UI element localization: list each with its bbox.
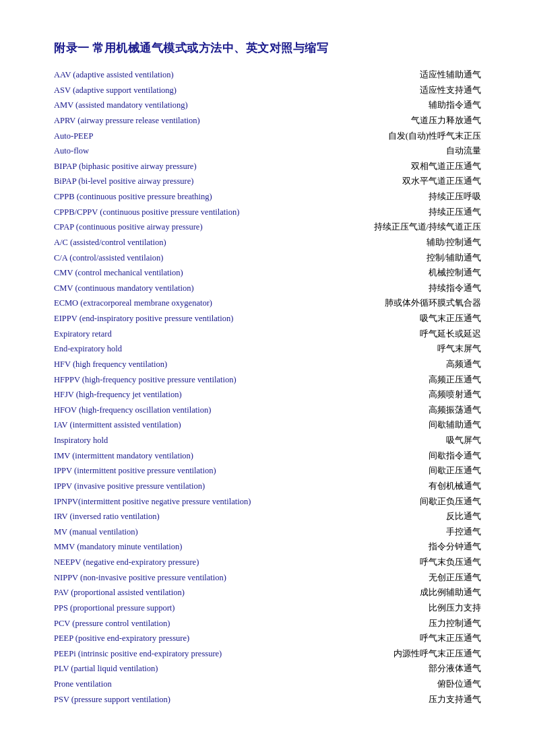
list-item: PCV (pressure control ventilation)压力控制通气 — [54, 617, 481, 631]
entry-chinese: 间歇指令通气 — [429, 449, 481, 463]
entry-chinese: 持续正压气道/持续气道正压 — [374, 220, 481, 234]
list-item: CPAP (continuous positive airway pressur… — [54, 220, 481, 234]
entry-english: Expiratory retard — [54, 327, 119, 341]
list-item: ASV (adaptive support ventilationg)适应性支持… — [54, 83, 481, 98]
entry-english: C/A (control/assisted ventilaion) — [54, 251, 170, 265]
entry-english: CPPB (continuous positive pressure breat… — [54, 190, 219, 204]
entry-english: IPNPV(intermittent positive negative pre… — [54, 495, 257, 509]
entry-chinese: 高频振荡通气 — [429, 403, 481, 417]
list-item: HFJV (high-frequency jet ventilation)高频喷… — [54, 388, 481, 402]
entry-english: Prone ventilation — [54, 677, 119, 691]
list-item: Expiratory retard呼气延长或延迟 — [54, 327, 481, 341]
entry-chinese: 手控通气 — [446, 525, 481, 539]
entry-chinese: 自发(自动)性呼气末正压 — [388, 129, 481, 143]
list-item: PPS (proportional pressure support)比例压力支… — [54, 601, 481, 615]
entry-chinese: 辅助指令通气 — [429, 98, 481, 112]
entry-chinese: 有创机械通气 — [429, 479, 481, 493]
entry-english: EIPPV (end-inspiratory positive pressure… — [54, 312, 240, 326]
entry-chinese: 呼气末屏气 — [437, 342, 481, 356]
list-item: AAV (adaptive assisted ventilation)适应性辅助… — [54, 68, 481, 82]
entry-english: PPS (proportional pressure support) — [54, 601, 182, 615]
entry-chinese: 指令分钟通气 — [429, 540, 481, 554]
list-item: End-expiratory hold呼气末屏气 — [54, 342, 481, 356]
entry-chinese: 适应性支持通气 — [420, 83, 481, 98]
list-item: IAV (intermittent assisted ventilation)间… — [54, 418, 481, 432]
entry-chinese: 双相气道正压通气 — [411, 160, 481, 174]
list-item: Auto-flow自动流量 — [54, 144, 481, 158]
entry-english: CMV (continuous mandatory ventilation) — [54, 281, 201, 296]
list-item: A/C (assisted/control ventilation)辅助/控制通… — [54, 236, 481, 250]
list-item: PLV (partial liquid ventilation)部分液体通气 — [54, 662, 481, 676]
entry-english: HFPPV (high-frequency positive pressure … — [54, 373, 243, 387]
entry-list: AAV (adaptive assisted ventilation)适应性辅助… — [54, 68, 481, 706]
list-item: NIPPV (non-invasive positive pressure ve… — [54, 571, 481, 585]
entry-english: CPPB/CPPV (continuous positive pressure … — [54, 205, 246, 219]
list-item: IPPV (invasive positive pressure ventila… — [54, 479, 481, 493]
list-item: EIPPV (end-inspiratory positive pressure… — [54, 312, 481, 326]
entry-english: Inspiratory hold — [54, 434, 115, 448]
entry-chinese: 持续正压通气 — [429, 205, 481, 219]
entry-chinese: 无创正压通气 — [429, 571, 481, 585]
list-item: IRV (inversed ratio ventilation)反比通气 — [54, 510, 481, 524]
entry-chinese: 持续正压呼吸 — [429, 190, 481, 204]
entry-chinese: 间歇正压通气 — [429, 464, 481, 478]
entry-english: PEEP (positive end-expiratory pressure) — [54, 631, 196, 646]
list-item: Inspiratory hold吸气屏气 — [54, 434, 481, 448]
entry-english: AAV (adaptive assisted ventilation) — [54, 68, 181, 82]
list-item: CPPB (continuous positive pressure breat… — [54, 190, 481, 204]
entry-chinese: 气道压力释放通气 — [411, 114, 481, 128]
entry-chinese: 吸气屏气 — [446, 434, 481, 448]
entry-english: BIPAP (biphasic positive airway pressure… — [54, 160, 203, 174]
page-container: 附录一 常用机械通气模式或方法中、英文对照与缩写 AAV (adaptive a… — [0, 0, 535, 748]
page-title: 附录一 常用机械通气模式或方法中、英文对照与缩写 — [54, 40, 481, 56]
entry-chinese: 自动流量 — [446, 144, 481, 158]
list-item: MV (manual ventilation)手控通气 — [54, 525, 481, 539]
entry-english: Auto-PEEP — [54, 129, 100, 143]
entry-english: PLV (partial liquid ventilation) — [54, 662, 165, 676]
entry-chinese: 适应性辅助通气 — [420, 68, 481, 82]
entry-chinese: 呼气末负压通气 — [420, 555, 481, 570]
entry-english: HFOV (high-frequency oscillation ventila… — [54, 403, 218, 417]
entry-chinese: 反比通气 — [446, 510, 481, 524]
entry-english: IAV (intermittent assisted ventilation) — [54, 418, 188, 432]
list-item: BiPAP (bi-level positive airway pressure… — [54, 174, 481, 188]
entry-chinese: 高频喷射通气 — [429, 388, 481, 402]
list-item: CMV (continuous mandatory ventilation)持续… — [54, 281, 481, 296]
entry-english: APRV (airway pressure release ventilatio… — [54, 114, 207, 128]
entry-chinese: 呼气延长或延迟 — [420, 327, 481, 341]
list-item: PAV (proportional assisted ventilation)成… — [54, 586, 481, 600]
entry-english: HFJV (high-frequency jet ventilation) — [54, 388, 189, 402]
entry-english: PEEPi (intrinsic positive end-expiratory… — [54, 647, 228, 661]
list-item: IPPV (intermittent positive pressure ven… — [54, 464, 481, 478]
entry-english: CPAP (continuous positive airway pressur… — [54, 220, 210, 234]
entry-english: CMV (control mechanical ventilation) — [54, 266, 190, 280]
entry-chinese: 双水平气道正压通气 — [402, 174, 481, 188]
entry-chinese: 成比例辅助通气 — [420, 586, 481, 600]
list-item: BIPAP (biphasic positive airway pressure… — [54, 160, 481, 174]
list-item: AMV (assisted mandatory ventilationg)辅助指… — [54, 98, 481, 112]
list-item: ECMO (extracorporeal membrane oxygenator… — [54, 296, 481, 310]
entry-english: AMV (assisted mandatory ventilationg) — [54, 98, 195, 112]
list-item: Prone ventilation俯卧位通气 — [54, 677, 481, 691]
entry-chinese: 高频正压通气 — [429, 373, 481, 387]
list-item: MMV (mandatory minute ventilation)指令分钟通气 — [54, 540, 481, 554]
list-item: HFOV (high-frequency oscillation ventila… — [54, 403, 481, 417]
list-item: C/A (control/assisted ventilaion)控制/辅助通气 — [54, 251, 481, 265]
list-item: IPNPV(intermittent positive negative pre… — [54, 495, 481, 509]
entry-english: MMV (mandatory minute ventilation) — [54, 540, 189, 554]
entry-english: Auto-flow — [54, 144, 96, 158]
entry-chinese: 持续指令通气 — [429, 281, 481, 296]
list-item: HFPPV (high-frequency positive pressure … — [54, 373, 481, 387]
entry-english: PAV (proportional assisted ventilation) — [54, 586, 191, 600]
entry-english: IMV (intermittent mandatory ventilation) — [54, 449, 200, 463]
entry-chinese: 间歇正负压通气 — [420, 495, 481, 509]
entry-chinese: 辅助/控制通气 — [427, 236, 481, 250]
entry-chinese: 部分液体通气 — [429, 662, 481, 676]
entry-chinese: 比例压力支持 — [429, 601, 481, 615]
entry-english: ECMO (extracorporeal membrane oxygenator… — [54, 296, 219, 310]
entry-chinese: 内源性呼气末正压通气 — [394, 647, 481, 661]
list-item: CMV (control mechanical ventilation)机械控制… — [54, 266, 481, 280]
entry-chinese: 控制/辅助通气 — [427, 251, 481, 265]
entry-chinese: 呼气末正压通气 — [420, 631, 481, 646]
entry-chinese: 肺或体外循环膜式氧合器 — [385, 296, 481, 310]
